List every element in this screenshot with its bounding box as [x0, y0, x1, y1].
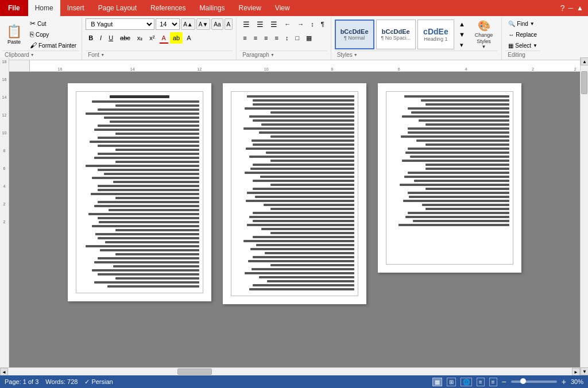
decrease-indent-button[interactable]: ←: [281, 18, 293, 30]
scroll-up-button[interactable]: ▲: [581, 57, 588, 65]
scissors-icon: ✂: [30, 20, 36, 28]
page-3: [378, 83, 521, 273]
zoom-out-button[interactable]: −: [502, 377, 506, 384]
scroll-thumb[interactable]: [581, 71, 587, 94]
page-3-content: [386, 91, 513, 265]
ribbon: 📋 Paste ✂ Cut ⎘ Copy 🖌 Format Painter: [0, 16, 588, 60]
justify-button[interactable]: ≡: [272, 32, 281, 44]
replace-icon: ↔: [508, 32, 514, 38]
replace-button[interactable]: ↔ Replace: [505, 29, 540, 40]
status-bar: Page: 1 of 3 Words: 728 ✓ Persian ▦ ⊞ 🌐 …: [0, 375, 588, 384]
numbering-button[interactable]: ☰: [254, 18, 266, 30]
strikethrough-button[interactable]: abc: [117, 32, 133, 44]
styles-scroll-up[interactable]: ▲: [456, 19, 468, 29]
style-heading1[interactable]: cDdEe Heading 1: [417, 20, 454, 49]
tab-references[interactable]: References: [144, 0, 192, 16]
borders-button[interactable]: ▦: [303, 32, 315, 44]
zoom-thumb[interactable]: [520, 378, 526, 384]
sort-button[interactable]: ↕: [308, 18, 317, 30]
copy-button[interactable]: ⎘ Copy: [27, 29, 79, 40]
select-icon: ▦: [508, 42, 513, 49]
font-color-button[interactable]: A: [159, 32, 169, 44]
change-case-button[interactable]: Aa: [211, 18, 223, 30]
font-name-select[interactable]: B Yagut: [86, 18, 154, 30]
full-screen-button[interactable]: ⊞: [447, 378, 456, 385]
scroll-down-button[interactable]: ▼: [581, 367, 588, 375]
subscript-button[interactable]: x₂: [134, 32, 146, 44]
bold-button[interactable]: B: [86, 32, 96, 44]
outline-view-button[interactable]: ≡: [477, 378, 485, 385]
vertical-scrollbar[interactable]: ▲ ▼: [580, 57, 588, 375]
check-icon: ✓: [84, 378, 90, 385]
clipboard-expand-icon[interactable]: ▼: [30, 53, 34, 57]
font-expand-icon[interactable]: ▼: [100, 53, 105, 57]
paste-button[interactable]: 📋 Paste: [2, 21, 26, 48]
draft-view-button[interactable]: ≡: [489, 378, 497, 385]
scroll-track[interactable]: [581, 65, 588, 367]
help-icon[interactable]: ?: [560, 3, 565, 13]
find-button[interactable]: 🔍 Find ▼: [505, 18, 540, 29]
tab-home[interactable]: Home: [28, 0, 60, 16]
shrink-font-button[interactable]: A▼: [196, 18, 211, 30]
show-marks-button[interactable]: ¶: [318, 18, 327, 30]
paragraph-label: Paragraph ▼: [240, 51, 277, 59]
line-spacing-button[interactable]: ↕: [283, 32, 292, 44]
web-layout-button[interactable]: 🌐: [461, 378, 472, 385]
tab-mailings[interactable]: Mailings: [192, 0, 231, 16]
styles-expand[interactable]: ▾: [456, 40, 468, 50]
clear-format-button[interactable]: A: [225, 18, 233, 30]
increase-indent-button[interactable]: →: [295, 18, 307, 30]
ruler-scale: 16 14 12 10 8 6 4 2 2: [29, 60, 588, 71]
text-effects-button[interactable]: A: [184, 32, 194, 44]
language-indicator[interactable]: ✓ Persian: [84, 378, 113, 385]
zoom-in-button[interactable]: +: [562, 377, 566, 384]
styles-group: bCcDdEe ¶ Normal bCcDdEe ¶ No Spaci... c…: [331, 17, 502, 60]
select-button[interactable]: ▦ Select ▼: [505, 40, 540, 51]
style-no-spacing[interactable]: bCcDdEe ¶ No Spaci...: [376, 20, 416, 49]
bullets-button[interactable]: ☰: [240, 18, 253, 30]
font-label: Font ▼: [86, 51, 107, 59]
h-scroll-track[interactable]: [8, 368, 572, 375]
align-center-button[interactable]: ≡: [251, 32, 260, 44]
highlight-button[interactable]: ab: [170, 32, 183, 44]
print-layout-button[interactable]: ▦: [432, 378, 442, 385]
scroll-left-button[interactable]: ◄: [0, 368, 8, 376]
shading-button[interactable]: □: [292, 32, 302, 44]
tab-review[interactable]: Review: [231, 0, 268, 16]
paragraph-group: ☰ ☰ ☰ ← → ↕ ¶ ≡ ≡ ≡ ≡ ↕ □ ▦: [237, 17, 331, 60]
format-painter-icon: 🖌: [30, 41, 37, 49]
change-styles-icon: 🎨: [478, 20, 490, 32]
change-styles-button[interactable]: 🎨 ChangeStyles ▼: [470, 19, 498, 50]
align-right-button[interactable]: ≡: [261, 32, 270, 44]
paragraph-expand-icon[interactable]: ▼: [270, 53, 274, 57]
underline-button[interactable]: U: [106, 32, 116, 44]
style-normal[interactable]: bCcDdEe ¶ Normal: [335, 20, 374, 49]
editing-label: Editing: [505, 51, 528, 59]
page-2: [223, 83, 366, 304]
minimize-icon[interactable]: ─: [568, 4, 574, 12]
tab-file[interactable]: File: [0, 0, 28, 16]
tab-page-layout[interactable]: Page Layout: [91, 0, 144, 16]
zoom-slider[interactable]: [511, 381, 557, 383]
scroll-right-button[interactable]: ►: [572, 368, 580, 376]
styles-expand-icon[interactable]: ▼: [354, 53, 358, 57]
superscript-button[interactable]: x²: [146, 32, 157, 44]
zoom-level[interactable]: 30%: [571, 378, 583, 384]
ribbon-collapse-icon[interactable]: ▲: [577, 4, 583, 12]
document-area[interactable]: [9, 72, 580, 384]
copy-icon: ⎘: [30, 30, 34, 38]
font-size-select[interactable]: 14: [156, 18, 180, 30]
multilevel-list-button[interactable]: ☰: [268, 18, 280, 30]
italic-button[interactable]: I: [97, 32, 105, 44]
format-painter-button[interactable]: 🖌 Format Painter: [27, 40, 79, 51]
styles-label: Styles ▼: [335, 51, 360, 59]
cut-button[interactable]: ✂ Cut: [27, 18, 79, 29]
tab-insert[interactable]: Insert: [60, 0, 91, 16]
align-left-button[interactable]: ≡: [240, 32, 249, 44]
styles-scroll-down[interactable]: ▼: [456, 29, 468, 40]
horizontal-scrollbar[interactable]: ◄ ►: [0, 367, 580, 375]
grow-font-button[interactable]: A▲: [181, 18, 195, 30]
h-scroll-thumb[interactable]: [177, 368, 212, 375]
tab-view[interactable]: View: [268, 0, 297, 16]
page-2-content: [231, 91, 358, 296]
